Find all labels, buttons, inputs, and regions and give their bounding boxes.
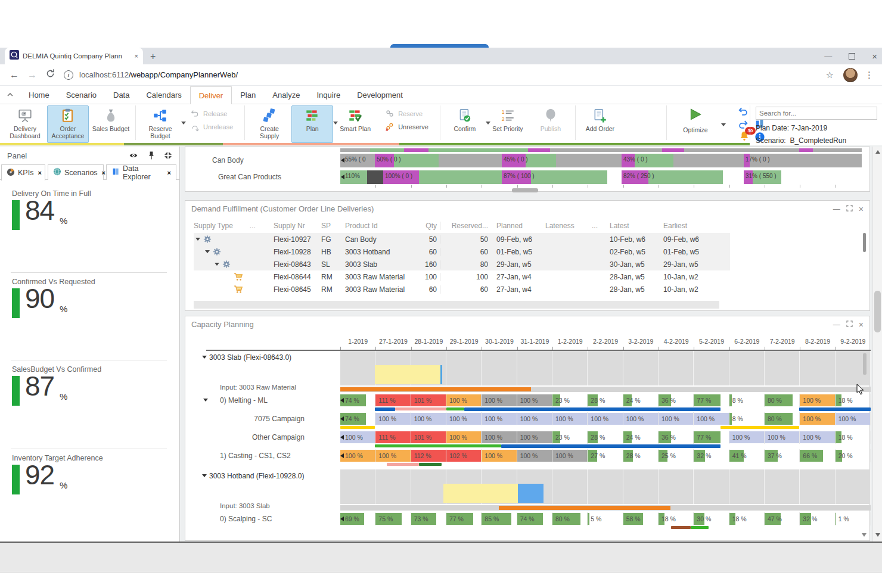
- capacity-cell[interactable]: 1 %: [836, 513, 870, 525]
- capacity-cell[interactable]: 58 %: [623, 513, 658, 525]
- capacity-cell[interactable]: 100 %: [375, 450, 410, 462]
- menu-item-home[interactable]: Home: [20, 86, 58, 104]
- close-pane-icon[interactable]: ×: [859, 320, 864, 329]
- scroll-down-icon[interactable]: [875, 533, 880, 537]
- forward-icon[interactable]: →: [27, 70, 37, 80]
- ribbon-button-create-supply[interactable]: Create Supply: [249, 105, 290, 143]
- capacity-cell[interactable]: 25 %: [659, 450, 693, 462]
- capacity-cell[interactable]: 100 %: [446, 413, 481, 425]
- capacity-cell[interactable]: 100 %: [340, 450, 375, 462]
- campaign-bar[interactable]: [720, 426, 799, 429]
- supply-block[interactable]: [375, 365, 442, 384]
- capacity-cell[interactable]: 100 %: [729, 431, 764, 443]
- expander-icon[interactable]: [203, 399, 208, 402]
- panel-tab-scenarios[interactable]: Scenarios×: [48, 164, 104, 180]
- chart-segment[interactable]: [648, 170, 723, 184]
- capacity-cell[interactable]: 111 %: [375, 394, 410, 406]
- close-tab-icon[interactable]: ×: [102, 169, 105, 176]
- input-supply-bar[interactable]: [499, 506, 670, 510]
- capacity-cell[interactable]: 102 %: [446, 450, 481, 462]
- ribbon-button-unrelease[interactable]: Unrelease: [190, 122, 233, 132]
- chart-segment[interactable]: [607, 170, 622, 184]
- campaign-bar[interactable]: [799, 407, 871, 411]
- capacity-cell[interactable]: 100 %: [623, 413, 658, 425]
- page-scrollbar[interactable]: [872, 147, 882, 542]
- menu-item-development[interactable]: Development: [349, 86, 411, 104]
- panel-tab-data-explorer[interactable]: Data Explorer×: [106, 164, 176, 180]
- capacity-cell[interactable]: 100 %: [659, 413, 693, 425]
- panel-tab-kpis[interactable]: KPIs×: [1, 164, 45, 181]
- eye-icon[interactable]: [129, 151, 139, 161]
- capacity-cell[interactable]: 112 %: [411, 450, 446, 462]
- capacity-cell[interactable]: 100 %: [375, 413, 410, 425]
- capacity-cell[interactable]: 100 %: [836, 413, 870, 425]
- capacity-cell[interactable]: 18 %: [836, 431, 870, 443]
- campaign-bar[interactable]: [387, 463, 419, 466]
- expander-icon[interactable]: [202, 474, 207, 477]
- chart-segment[interactable]: [439, 154, 502, 167]
- capacity-cell[interactable]: 100 %: [552, 413, 587, 425]
- chart-segment[interactable]: [781, 170, 862, 184]
- campaign-bar[interactable]: [446, 407, 464, 410]
- url-text[interactable]: localhost:6112/webapp/CompanyPlannerWeb/: [79, 70, 238, 79]
- capacity-cell[interactable]: 100 %: [340, 431, 375, 443]
- close-tab-icon[interactable]: ×: [38, 169, 41, 176]
- capacity-cell[interactable]: 69 %: [340, 513, 375, 525]
- capacity-cell[interactable]: 80 %: [765, 394, 799, 406]
- capacity-cell[interactable]: 8 %: [729, 394, 764, 406]
- capacity-cell[interactable]: 47 %: [765, 513, 799, 525]
- browser-menu-icon[interactable]: ⋮: [865, 70, 874, 80]
- campaign-bar[interactable]: [375, 407, 395, 411]
- chart-segment[interactable]: [419, 170, 502, 184]
- capacity-cell[interactable]: 23 %: [552, 394, 587, 406]
- expander-icon[interactable]: [205, 250, 210, 253]
- chart-segment[interactable]: [526, 154, 556, 167]
- capacity-cell[interactable]: 100 %: [517, 431, 552, 443]
- capacity-cell[interactable]: 30 %: [694, 513, 728, 525]
- browser-tab[interactable]: DELMIA Quintiq Company Plann ×: [5, 48, 143, 64]
- capacity-cell[interactable]: 100 %: [446, 394, 481, 406]
- capacity-scrollbar-thumb[interactable]: [863, 353, 867, 375]
- ribbon-button-reserve[interactable]: Reserve: [385, 109, 428, 119]
- capacity-cell[interactable]: 8 %: [729, 413, 764, 425]
- new-tab-button[interactable]: +: [150, 51, 156, 62]
- table-row[interactable]: Flexi-10928HB3003 Hotband606001-Feb, w50…: [194, 245, 730, 258]
- capacity-cell[interactable]: 100 %: [800, 394, 834, 406]
- campaign-bar[interactable]: [340, 426, 375, 429]
- bookmark-star-icon[interactable]: ☆: [826, 70, 834, 80]
- collapse-panel-icon[interactable]: [163, 151, 174, 161]
- table-row[interactable]: Flexi-08643SL3003 Slab1608029-Jan, w530-…: [194, 258, 730, 270]
- capacity-cell[interactable]: 36 %: [659, 431, 693, 443]
- avatar[interactable]: [843, 68, 858, 82]
- scroll-up-icon[interactable]: [875, 150, 880, 154]
- ribbon-button-publish[interactable]: Publish: [530, 105, 572, 143]
- ribbon-button-delivery-dashboard[interactable]: Delivery Dashboard: [4, 105, 46, 143]
- minimize-window-icon[interactable]: —: [824, 52, 832, 61]
- close-pane-icon[interactable]: ×: [859, 204, 864, 214]
- expander-icon[interactable]: [215, 263, 219, 266]
- capacity-cell[interactable]: 75 %: [375, 513, 410, 525]
- expander-icon[interactable]: [195, 238, 200, 241]
- capacity-cell[interactable]: 32 %: [800, 513, 834, 525]
- capacity-cell[interactable]: 100 %: [411, 413, 446, 425]
- menu-item-analyze[interactable]: Analyze: [264, 86, 308, 104]
- ribbon-button-unreserve[interactable]: Unreserve: [385, 122, 428, 132]
- capacity-cell[interactable]: 111 %: [375, 431, 410, 443]
- campaign-bar[interactable]: [464, 407, 720, 411]
- reserve-budget-dropdown-icon[interactable]: [181, 122, 186, 125]
- close-tab-icon[interactable]: ×: [167, 169, 171, 176]
- capacity-cell[interactable]: 100 %: [482, 394, 516, 406]
- capacity-cell[interactable]: 23 %: [552, 431, 587, 443]
- capacity-cell[interactable]: 100 %: [482, 413, 516, 425]
- capacity-scroll-down-icon[interactable]: [862, 533, 867, 537]
- capacity-cell[interactable]: 24 %: [623, 394, 658, 406]
- capacity-cell[interactable]: 100 %: [517, 413, 552, 425]
- capacity-cell[interactable]: 66 %: [800, 450, 834, 462]
- capacity-cell[interactable]: 32 %: [694, 450, 728, 462]
- ribbon-button-plan[interactable]: Plan: [291, 105, 333, 143]
- capacity-cell[interactable]: 24 %: [623, 431, 658, 443]
- capacity-cell[interactable]: 100 %: [446, 431, 481, 443]
- scrollbar-thumb[interactable]: [874, 291, 881, 332]
- capacity-cell[interactable]: 74 %: [517, 513, 552, 525]
- back-icon[interactable]: ←: [10, 70, 19, 80]
